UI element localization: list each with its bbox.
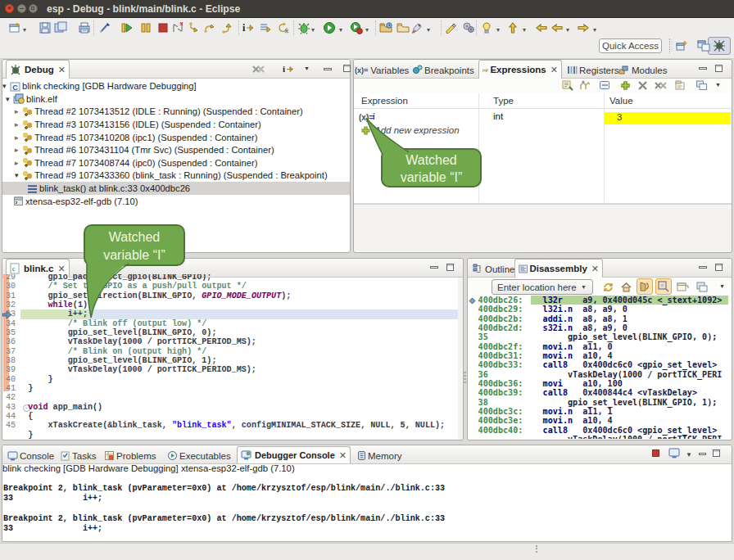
svg-text:i: i (242, 22, 246, 34)
svg-text:i: i (283, 64, 285, 74)
svg-text:c: c (12, 265, 16, 273)
svg-text:C: C (12, 83, 18, 91)
